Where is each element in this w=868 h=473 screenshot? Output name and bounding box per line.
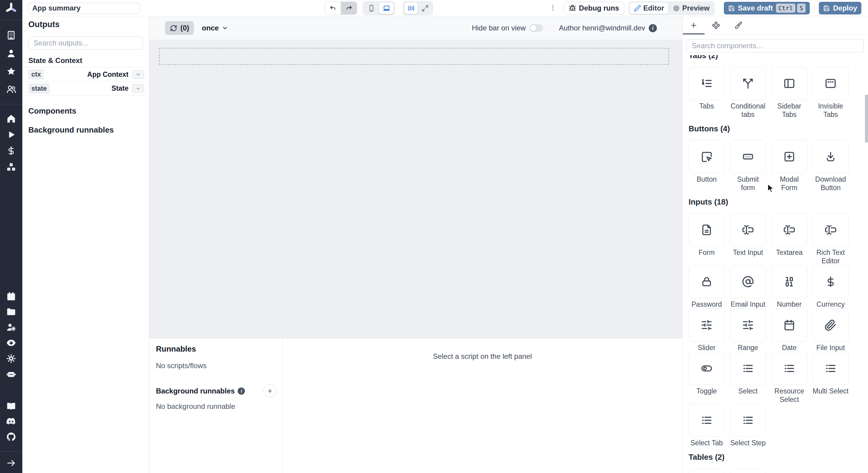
github-icon[interactable] [6,432,16,442]
component-card-toggle[interactable] [688,352,725,385]
output-row-ctx[interactable]: ctxApp Context [22,67,149,81]
app-summary-input[interactable] [28,3,140,13]
component-drop-zone[interactable] [159,48,669,65]
save-draft-button[interactable]: Save draft CtrlS [724,2,810,14]
component-card-resource-select[interactable] [771,352,807,385]
textcursor-icon [742,224,754,236]
component-card-form[interactable] [688,213,725,246]
component-card-table[interactable] [688,469,725,473]
info-icon[interactable]: i [238,387,245,395]
more-menu-button[interactable] [549,2,557,14]
component-card-sidebar-tabs[interactable] [771,67,807,100]
star-icon[interactable] [6,66,16,76]
component-card-multi-select[interactable] [812,352,849,385]
tab-insert-component[interactable] [683,16,705,34]
split-icon [742,77,754,90]
component-card-rich-text-editor[interactable] [812,213,849,246]
active-tab-underline [683,33,705,34]
component-card-table[interactable] [730,469,766,473]
component-label: Select Step [730,439,766,447]
scrollbar-thumb[interactable] [865,95,868,142]
plus-icon [267,388,273,394]
mobile-view-button[interactable] [364,2,379,14]
editor-label: Editor [643,4,664,12]
component-card-select-step[interactable] [730,404,766,437]
recompute-count: (0) [180,24,189,32]
component-card-invisible-tabs[interactable] [812,67,849,100]
component-label: Sidebar Tabs [771,102,807,119]
list-icon [742,363,754,374]
component-card-tabs[interactable] [688,67,725,100]
component-card-slider[interactable] [688,308,725,342]
frequency-dropdown[interactable]: once [202,24,228,32]
output-row-state[interactable]: stateState [22,81,149,96]
component-card-password[interactable] [688,265,725,298]
hide-bar-toggle[interactable] [529,24,543,32]
component-card-email-input[interactable] [730,265,766,298]
bot-icon[interactable] [6,369,16,379]
calendar-icon[interactable] [6,291,16,302]
list-icon [701,414,713,426]
add-background-runnable-button[interactable] [263,384,276,397]
discord-icon[interactable] [6,416,16,426]
play-icon[interactable] [6,130,16,140]
component-card-modal-form[interactable] [771,140,807,173]
debug-runs-button[interactable]: Debug runs [564,2,624,14]
app-canvas[interactable] [149,40,682,338]
info-icon[interactable]: i [649,24,657,32]
component-label: Range [738,343,758,352]
component-diamonds-icon [712,22,720,29]
user-icon[interactable] [6,48,16,59]
usercog-icon[interactable] [6,322,16,332]
boxes-icon[interactable] [6,162,16,172]
arrowright-icon[interactable] [6,458,16,468]
deploy-button[interactable]: Deploy [819,2,861,14]
undo-button[interactable] [325,2,341,14]
preview-label: Preview [682,4,710,12]
component-item: Tabs [688,67,725,119]
component-card-number[interactable] [771,265,807,298]
eye-icon[interactable] [6,338,16,348]
component-card-range[interactable] [730,308,766,342]
tab-settings-component[interactable] [705,16,727,34]
component-card-submit-form[interactable] [730,140,766,173]
component-card-select-tab[interactable] [688,404,725,437]
recompute-button[interactable]: (0) [165,21,194,35]
header: Debug runs Editor Preview Save draft Ctr… [22,0,868,16]
building-icon[interactable] [6,30,16,40]
users-icon[interactable] [6,84,16,94]
component-card-file-input[interactable] [812,308,849,342]
dollar-icon[interactable] [6,145,16,156]
outputs-search-input[interactable] [28,36,143,50]
book-icon[interactable] [6,401,16,411]
tab-preview[interactable]: Preview [669,2,714,14]
component-card-conditional-tabs[interactable] [730,67,766,100]
components-search-input[interactable] [687,39,864,53]
windmill-logo-icon[interactable] [5,2,18,15]
author-label: Author henri@windmill.dev [559,24,645,32]
component-card-currency[interactable] [812,265,849,298]
debug-runs-label: Debug runs [579,4,619,12]
home-icon[interactable] [6,113,16,124]
expand-row-button[interactable] [132,70,144,79]
expand-row-button[interactable] [132,84,144,93]
component-card-date[interactable] [771,308,807,342]
gear-icon[interactable] [6,353,16,364]
component-card-text-input[interactable] [730,213,766,246]
center-canvas-button[interactable] [404,2,418,14]
paperclip-icon [825,319,837,331]
desktop-view-button[interactable] [379,2,394,14]
tab-editor[interactable]: Editor [629,2,669,14]
redo-button[interactable] [341,2,357,14]
component-card-textarea[interactable] [771,213,807,246]
dollar-icon [825,276,837,288]
component-card-button[interactable] [688,140,725,173]
component-card-select[interactable] [730,352,766,385]
folder-icon[interactable] [6,307,16,317]
outputs-title: Outputs [28,20,143,29]
background-runnables-title: Background runnables [156,387,235,395]
fullscreen-button[interactable] [418,2,432,14]
component-section-title: Tables (2) [688,452,862,462]
component-card-download-button[interactable] [812,140,849,173]
tab-theme[interactable] [727,16,749,34]
